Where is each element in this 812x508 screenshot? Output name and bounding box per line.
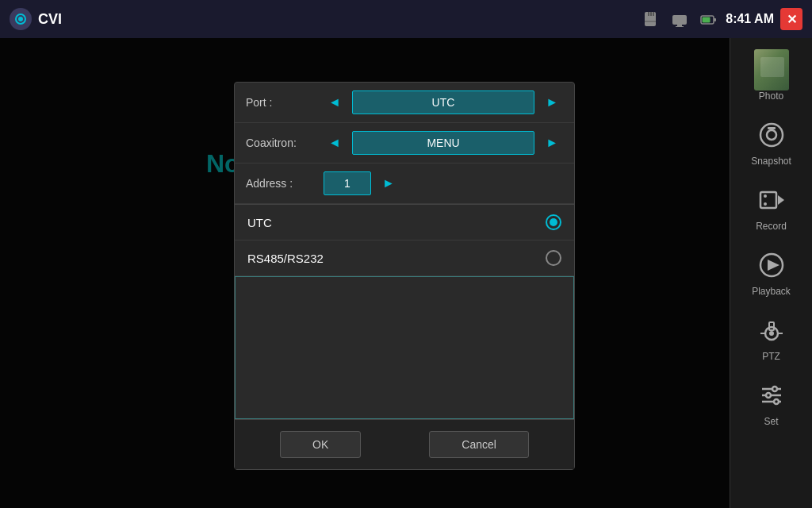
svg-point-17 (764, 194, 767, 198)
svg-point-18 (764, 202, 767, 206)
sidebar-item-snapshot[interactable]: Snapshot (730, 110, 812, 175)
sidebar-item-set[interactable]: Set (730, 370, 812, 435)
coaxitron-next-button[interactable]: ► (541, 134, 563, 152)
address-next-button[interactable]: ► (377, 175, 400, 192)
port-row: Port : ◄ UTC ► (235, 83, 574, 123)
svg-rect-3 (648, 12, 649, 16)
close-button[interactable]: ✕ (780, 8, 802, 30)
svg-rect-11 (714, 18, 716, 21)
record-icon (754, 183, 789, 217)
svg-rect-7 (672, 15, 687, 25)
app-title: CVI (38, 11, 62, 28)
titlebar-right: 8:41 AM ✕ (640, 8, 802, 30)
sidebar-photo-label: Photo (759, 90, 783, 102)
dropdown-empty-area (235, 276, 574, 419)
sidebar-record-label: Record (756, 221, 787, 232)
svg-rect-8 (677, 25, 682, 26)
svg-point-14 (767, 130, 776, 140)
network-icon (668, 8, 691, 30)
dropdown-option-utc[interactable]: UTC (235, 205, 574, 241)
photo-thumbnail (754, 49, 789, 90)
sidebar-item-record[interactable]: Record (730, 175, 812, 240)
svg-rect-15 (768, 127, 776, 129)
svg-rect-4 (650, 12, 652, 16)
svg-point-1 (18, 17, 23, 21)
dialog: Port : ◄ UTC ► Coaxitron: ◄ MENU ► Addre… (234, 82, 575, 470)
coaxitron-prev-button[interactable]: ◄ (324, 134, 346, 152)
svg-rect-16 (760, 192, 776, 208)
dropdown-option-rs485-label: RS485/RS232 (247, 252, 324, 265)
battery-icon (697, 8, 719, 30)
sidebar: Photo Snapshot Record (730, 38, 812, 508)
ok-button[interactable]: OK (280, 431, 361, 458)
time-display: 8:41 AM (726, 12, 774, 26)
port-value[interactable]: UTC (352, 90, 534, 114)
app-icon (10, 8, 32, 30)
sidebar-playback-label: Playback (752, 286, 791, 297)
svg-point-29 (772, 387, 777, 391)
port-label: Port : (246, 96, 317, 109)
address-row: Address : 1 ► (235, 164, 574, 204)
dialog-footer: OK Cancel (235, 419, 574, 469)
dropdown-option-rs485[interactable]: RS485/RS232 (235, 241, 574, 276)
svg-point-23 (769, 331, 774, 336)
coaxitron-value[interactable]: MENU (352, 131, 534, 155)
radio-utc-inner (550, 218, 557, 226)
address-label: Address : (246, 177, 317, 190)
svg-marker-19 (778, 195, 784, 205)
main-content: No video signal input! Port : ◄ UTC ► Co… (0, 38, 730, 508)
dropdown-area: UTC RS485/RS232 (235, 204, 574, 419)
coaxitron-row: Coaxitron: ◄ MENU ► (235, 123, 574, 164)
titlebar: CVI 8:41 AM ✕ (0, 0, 812, 38)
sidebar-ptz-label: PTZ (762, 351, 780, 362)
sd-card-icon (640, 8, 662, 30)
svg-rect-9 (676, 26, 684, 27)
sidebar-item-photo[interactable]: Photo (730, 44, 812, 110)
svg-rect-12 (703, 17, 710, 23)
address-value[interactable]: 1 (324, 171, 371, 195)
port-prev-button[interactable]: ◄ (324, 94, 346, 111)
playback-icon (754, 248, 789, 283)
port-next-button[interactable]: ► (541, 94, 563, 111)
titlebar-left: CVI (10, 8, 62, 30)
sidebar-set-label: Set (764, 416, 778, 427)
sidebar-item-playback[interactable]: Playback (730, 240, 812, 305)
svg-point-32 (766, 393, 771, 398)
radio-rs485 (546, 250, 561, 266)
set-icon (754, 378, 789, 413)
ptz-icon (754, 313, 789, 348)
dropdown-option-utc-label: UTC (247, 216, 272, 229)
cancel-button[interactable]: Cancel (429, 431, 529, 458)
photo-icon (754, 52, 789, 87)
svg-point-35 (774, 399, 779, 404)
svg-rect-5 (653, 12, 654, 16)
sidebar-snapshot-label: Snapshot (751, 156, 791, 167)
sidebar-item-ptz[interactable]: PTZ (730, 305, 812, 370)
coaxitron-label: Coaxitron: (246, 137, 317, 149)
snapshot-icon (754, 117, 789, 152)
svg-marker-21 (768, 260, 779, 271)
radio-utc (546, 214, 561, 230)
